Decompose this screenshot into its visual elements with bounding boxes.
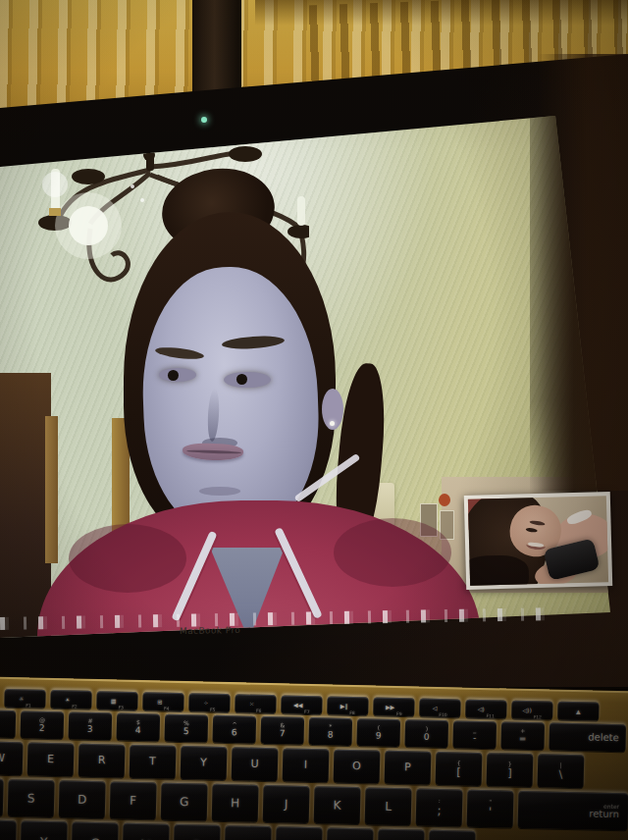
- key-f11-volume-down: ◁)F11: [465, 700, 506, 719]
- key-x: X: [21, 820, 68, 840]
- key-shift-label: *: [329, 723, 332, 730]
- key-label: G: [180, 796, 189, 809]
- key-shift-label: @: [39, 717, 45, 724]
- f3-expose-icon: ▦: [111, 698, 117, 704]
- key-d: D: [59, 780, 106, 818]
- key-shift-label: }: [508, 761, 512, 768]
- key-label: 3: [87, 724, 93, 734]
- local-self-view: [468, 496, 608, 586]
- key-f12-volume-up: ◁))F12: [511, 701, 552, 720]
- key-o: O: [334, 750, 381, 784]
- key-a: A: [0, 778, 4, 816]
- key-shift-label: #: [87, 718, 92, 725]
- key-r: R: [78, 744, 126, 778]
- key-label: return: [589, 810, 619, 820]
- key-8: *8: [308, 717, 352, 746]
- key-shift-label: ): [426, 726, 428, 733]
- f7-rewind-icon: ◀◀: [293, 702, 302, 708]
- f5-backlight-down-icon: ⁘: [203, 700, 208, 706]
- f4-dashboard-icon: ⊞: [157, 699, 162, 705]
- key-label: E: [47, 754, 54, 765]
- f1-brightness-down-icon: ☼: [19, 696, 25, 702]
- key-shift-label: :: [439, 798, 441, 805]
- key--: _-: [452, 720, 497, 749]
- key-label: ;: [437, 805, 441, 817]
- key-1: !1: [0, 709, 16, 738]
- key-shift-label: ^: [232, 721, 236, 728]
- pupil: [168, 370, 179, 381]
- key-5: %5: [165, 714, 209, 743]
- key-9: (9: [356, 718, 400, 747]
- f6-backlight-up-icon: ⁙: [249, 701, 254, 707]
- key-label: K: [334, 799, 341, 812]
- key-z: Z: [0, 819, 17, 840]
- key-shift-label: $: [136, 719, 140, 726]
- key-label: J: [285, 798, 288, 811]
- key-label: -: [473, 733, 476, 743]
- door-frame: [45, 416, 58, 563]
- fn-label: F5: [210, 708, 216, 712]
- key-label: P: [404, 761, 411, 773]
- key-b: B: [174, 824, 221, 840]
- pip-window: [464, 492, 612, 590]
- key-n: N: [225, 825, 272, 840]
- key-label: [: [456, 766, 461, 778]
- key-3: #3: [69, 711, 113, 740]
- key-j: J: [263, 785, 310, 823]
- fn-label: F6: [256, 709, 262, 713]
- key-l: L: [365, 787, 412, 825]
- key-g: G: [161, 783, 208, 821]
- key-6: ^6: [213, 715, 257, 744]
- key-eject: ▲: [557, 702, 599, 721]
- key-label: H: [231, 797, 239, 810]
- key-label: T: [149, 757, 156, 768]
- key-shift-label: {: [457, 760, 461, 766]
- key-i: I: [283, 748, 330, 782]
- key-label: 2: [39, 723, 45, 733]
- keyboard: ☼F1☀F2▦F3⊞F4⁘F5⁙F6◀◀F7▶‖F8▶▶F9◁F10◁)F11◁…: [0, 675, 628, 840]
- key-v: V: [123, 823, 170, 840]
- key-f1-brightness-down: ☼F1: [4, 689, 45, 709]
- key-delete: delete: [549, 723, 626, 753]
- key-p: P: [385, 751, 432, 785]
- key-shift-label: _: [473, 727, 476, 734]
- key-f10-mute: ◁F10: [419, 699, 460, 718]
- hood-fold: [69, 524, 186, 593]
- key-c: C: [72, 822, 119, 840]
- fn-label: F2: [72, 705, 78, 709]
- hood-fold: [334, 518, 451, 587]
- key-return: enterreturn: [518, 791, 628, 831]
- key-f9-fast-forward: ▶▶F9: [373, 697, 414, 716]
- key-label: F: [130, 795, 136, 808]
- eject-icon: ▲: [576, 709, 581, 714]
- key-label: 8: [328, 730, 334, 740]
- key-t: T: [130, 745, 177, 779]
- key-label: ': [489, 806, 493, 818]
- key--: +=: [500, 721, 545, 750]
- fn-label: F4: [164, 707, 170, 711]
- key-f3-expose: ▦F3: [96, 691, 137, 710]
- fn-label: F1: [26, 704, 31, 709]
- key-label: 5: [183, 727, 189, 737]
- f12-volume-up-icon: ◁)): [522, 707, 531, 712]
- fn-label: F3: [118, 706, 124, 710]
- key-f7-rewind: ◀◀F7: [281, 695, 322, 714]
- key-shift-label: ": [489, 800, 492, 807]
- key--: :;: [416, 788, 463, 826]
- key-label: X: [39, 836, 48, 840]
- key--: ?/: [429, 830, 476, 840]
- key-label: U: [250, 759, 258, 770]
- wall-pin: [439, 494, 450, 506]
- key-label: 7: [280, 729, 286, 739]
- key-2: @2: [21, 710, 65, 739]
- f2-brightness-up-icon: ☀: [65, 697, 71, 703]
- key-label: 6: [232, 728, 237, 738]
- key-7: &7: [261, 716, 305, 745]
- f10-mute-icon: ◁: [433, 705, 438, 710]
- fn-label: F7: [304, 709, 310, 714]
- key-label: O: [352, 761, 361, 772]
- key-label: delete: [588, 732, 619, 743]
- pupil: [236, 374, 247, 385]
- key-m: M: [276, 826, 323, 840]
- key--: <,: [327, 827, 374, 840]
